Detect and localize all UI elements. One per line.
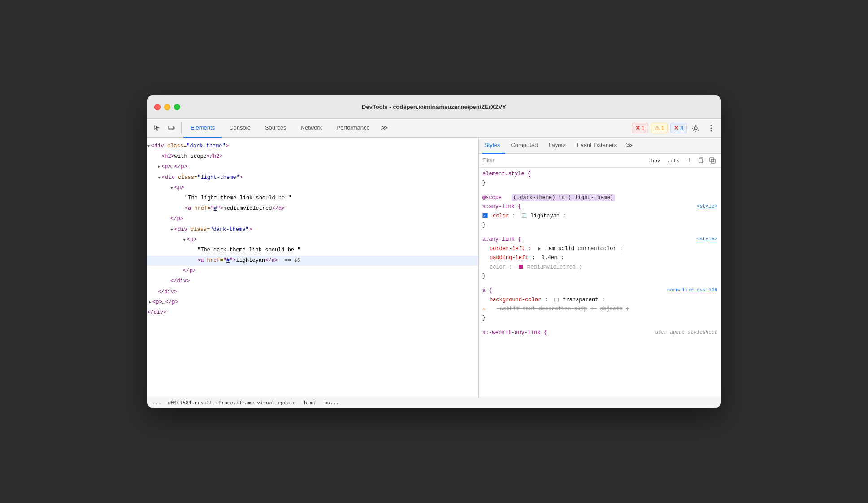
close-button[interactable] <box>154 104 161 110</box>
breadcrumb-more[interactable]: bo... <box>324 400 339 406</box>
cls-button[interactable]: .cls <box>665 157 682 165</box>
rule-brace: } <box>482 315 486 321</box>
rule-selector: a:any-link { <box>482 204 521 210</box>
settings-icon[interactable] <box>690 122 702 134</box>
rule-prop-line: color : lightcyan ; <box>482 212 717 221</box>
info-icon: ✕ <box>674 125 679 131</box>
rule-source-link[interactable]: <style> <box>697 235 717 243</box>
rule-source-user-agent: user agent stylesheet <box>655 328 717 337</box>
toggle-icon[interactable] <box>158 177 161 179</box>
svg-rect-9 <box>711 159 715 163</box>
minimize-button[interactable] <box>164 104 170 110</box>
rule-selector: element.style { <box>482 171 531 177</box>
dom-line: </div> <box>147 308 478 318</box>
prop-name-webkit: -webkit-text-decoration-skip <box>490 306 587 312</box>
prop-colon: : <box>512 213 518 219</box>
warning-count: 1 <box>661 125 664 131</box>
prop-name: border-left <box>482 246 525 252</box>
dom-panel[interactable]: <div class="dark-theme"> <h2>with scope<… <box>147 138 479 398</box>
dom-line: <p>…</p> <box>147 297 478 308</box>
toggle-icon[interactable] <box>170 229 173 231</box>
svg-point-3 <box>694 127 697 130</box>
color-swatch[interactable] <box>522 213 526 218</box>
enable-checkbox[interactable] <box>482 213 488 218</box>
dom-line: <p> <box>147 235 478 245</box>
devtools-window: DevTools - codepen.io/miriamsuzanne/pen/… <box>147 95 721 408</box>
tab-sources[interactable]: Sources <box>258 119 294 138</box>
toggle-icon[interactable] <box>147 145 150 147</box>
toggle-icon[interactable] <box>149 301 151 304</box>
copy-style-icon[interactable] <box>696 156 706 165</box>
rule-selector-line: a { normalize.css:106 <box>482 286 717 295</box>
warning-badge[interactable]: ⚠ 1 <box>651 123 668 133</box>
more-icon[interactable] <box>705 122 717 134</box>
more-tabs-button[interactable]: ≫ <box>377 119 392 138</box>
toolbar-right: ✕ 1 ⚠ 1 ✕ 3 <box>632 122 717 134</box>
toggle-icon[interactable] <box>158 165 160 168</box>
maximize-button[interactable] <box>174 104 180 110</box>
rule-prop-border: border-left : 1em solid currentcolor ; <box>482 244 717 253</box>
info-badge[interactable]: ✕ 3 <box>670 123 687 133</box>
rule-prop-webkit: ⚠ -webkit-text-decoration-skip : objects… <box>482 304 717 313</box>
prop-colon: : <box>544 297 551 303</box>
rule-source-link[interactable]: <style> <box>697 202 717 211</box>
svg-rect-0 <box>169 126 173 130</box>
dom-line: <div class="dark-theme"> <box>147 225 478 235</box>
tab-console[interactable]: Console <box>222 119 258 138</box>
prop-name: padding-left <box>482 255 528 261</box>
rule-scope: @scope (.dark-theme) to (.light-theme) a… <box>482 193 717 230</box>
prop-colon: : <box>528 246 534 252</box>
tab-elements[interactable]: Elements <box>183 119 222 138</box>
device-icon[interactable] <box>165 122 178 134</box>
rule-any-link-1: a:any-link { <style> border-left : 1em s… <box>482 235 717 281</box>
rule-brace: } <box>482 273 486 279</box>
triangle-icon[interactable] <box>538 247 541 251</box>
rule-source-normalize[interactable]: normalize.css:106 <box>667 286 717 295</box>
tab-network[interactable]: Network <box>294 119 330 138</box>
hov-button[interactable]: :hov <box>646 157 663 165</box>
prop-value: 1em solid currentcolor <box>545 246 616 252</box>
rule-prop-padding: padding-left : 0.4em ; <box>482 253 717 262</box>
shadow-style-icon[interactable] <box>707 156 717 165</box>
breadcrumb-html[interactable]: html <box>304 400 316 406</box>
add-style-icon[interactable]: + <box>684 156 694 165</box>
color-swatch-2[interactable] <box>519 265 523 269</box>
inspect-icon[interactable] <box>151 122 163 134</box>
styles-filter-input[interactable] <box>482 157 643 164</box>
breadcrumb-id[interactable]: d04cf581.result-iframe.iframe-visual-upd… <box>168 400 296 406</box>
tab-styles[interactable]: Styles <box>482 138 505 154</box>
rule-selector: a { <box>482 287 492 294</box>
rule-selector-line: a:-webkit-any-link { user agent styleshe… <box>482 328 717 337</box>
rule-close: } <box>482 313 717 322</box>
rule-selector: a:-webkit-any-link { <box>482 330 547 336</box>
styles-content[interactable]: element.style { } @scope (.dark-theme) t… <box>479 168 721 398</box>
dom-line: </p> <box>147 266 478 276</box>
styles-more-tabs[interactable]: ≫ <box>622 138 637 154</box>
tab-event-listeners[interactable]: Event Listeners <box>571 138 622 154</box>
tab-performance[interactable]: Performance <box>329 119 377 138</box>
color-swatch-transparent[interactable] <box>554 298 559 302</box>
dom-line: <p> <box>147 183 478 193</box>
rule-close: } <box>482 272 717 281</box>
svg-rect-1 <box>174 127 174 129</box>
rule-element-style: element.style { } <box>482 169 717 188</box>
rule-selector-line: element.style { <box>482 169 717 178</box>
rule-close: } <box>482 178 717 187</box>
scope-keyword: @scope <box>482 195 502 201</box>
tab-layout[interactable]: Layout <box>543 138 571 154</box>
dom-line: <h2>with scope</h2> <box>147 152 478 162</box>
dom-line-selected: <a href="#">lightcyan</a> == $0 <box>147 256 478 266</box>
svg-point-4 <box>711 125 712 126</box>
breadcrumb-ellipsis[interactable]: ... <box>152 400 161 406</box>
dom-line: </div> <box>147 276 478 286</box>
styles-tabs: Styles Computed Layout Event Listeners ≫ <box>479 138 721 154</box>
prop-value: lightcyan <box>530 213 560 219</box>
toggle-icon[interactable] <box>183 239 186 241</box>
tab-computed[interactable]: Computed <box>505 138 543 154</box>
warning-icon: ⚠ <box>655 125 660 131</box>
dom-line: "The light-theme link should be " <box>147 193 478 204</box>
toggle-icon[interactable] <box>170 187 173 189</box>
rule-brace: } <box>482 180 486 186</box>
error-badge[interactable]: ✕ 1 <box>632 123 648 133</box>
svg-point-6 <box>711 130 712 131</box>
